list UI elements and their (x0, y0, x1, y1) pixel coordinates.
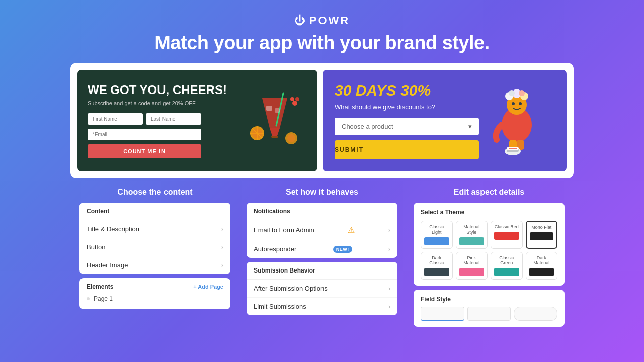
bottom-section: Choose the content Content Title & Descr… (0, 188, 644, 327)
svg-point-25 (519, 102, 522, 105)
behavior-panel: Submission Behavior After Submission Opt… (247, 262, 397, 315)
preview-banner: WE GOT YOU, CHEERS! Subscribe and get a … (70, 63, 574, 178)
theme-item-3[interactable]: Mono Flat (526, 221, 558, 249)
person-svg (481, 82, 552, 157)
theme-item-0[interactable]: Classic Light (421, 221, 453, 249)
logo-text: POWR (309, 14, 350, 27)
autoresponder-item[interactable]: Autoresponder NEW! › (247, 240, 397, 258)
logo-icon: ⏻ (294, 14, 305, 27)
theme-item-7[interactable]: Dark Material (526, 252, 558, 280)
banner-left-headline: WE GOT YOU, CHEERS! (88, 83, 227, 98)
col-aspect: Edit aspect details Select a Theme Class… (414, 188, 565, 327)
last-name-input[interactable] (146, 113, 201, 125)
field-style-opt-2[interactable] (467, 307, 511, 321)
submit-button[interactable]: SUBMIT (335, 140, 479, 159)
limit-submissions-label: Limit Submissions (254, 303, 306, 310)
product-select[interactable]: Choose a product ▾ (335, 118, 479, 135)
theme-item-1[interactable]: Material Style (456, 221, 488, 249)
cocktail-illustration (242, 88, 307, 153)
banner-right-subtext: What should we give discounts to? (335, 103, 479, 111)
banner-left-content: WE GOT YOU, CHEERS! Subscribe and get a … (88, 83, 227, 159)
chevron-right-icon: › (221, 244, 223, 251)
col-behavior: Set how it behaves Notifications Email t… (247, 188, 397, 327)
theme-item-5[interactable]: Pink Material (456, 252, 488, 280)
field-style-opt-3[interactable] (514, 307, 557, 321)
svg-marker-1 (270, 128, 280, 136)
theme-item-2[interactable]: Classic Red (491, 221, 523, 249)
theme-item-4[interactable]: Dark Classic (421, 252, 453, 280)
logo-row: ⏻ POWR (0, 14, 644, 27)
header-image-item[interactable]: Header Image › (79, 256, 230, 274)
col-content: Choose the content Content Title & Descr… (79, 188, 230, 327)
email-admin-label: Email to Form Admin (254, 226, 314, 234)
email-admin-item[interactable]: Email to Form Admin ⚠ › (247, 220, 397, 240)
svg-point-16 (295, 97, 299, 101)
chevron-right-icon: › (388, 303, 390, 310)
page-item[interactable]: Page 1 (87, 293, 223, 304)
field-style-options (421, 307, 557, 321)
banner-right-headline: 30 DAYS 30% (335, 82, 479, 99)
page-dot-icon (87, 297, 90, 300)
button-label: Button (87, 243, 106, 251)
svg-point-24 (512, 102, 515, 105)
elements-header: Elements + Add Page (87, 283, 223, 290)
field-style-opt-1[interactable] (421, 307, 464, 321)
content-panel-header: Content (79, 203, 230, 220)
svg-rect-4 (266, 106, 272, 111)
col3-title: Edit aspect details (414, 188, 565, 197)
autoresponder-label: Autoresponder (254, 245, 296, 253)
svg-rect-5 (275, 108, 280, 113)
chevron-right-icon: › (221, 226, 223, 233)
chevron-right-icon: › (388, 285, 390, 292)
svg-point-15 (290, 97, 294, 101)
product-select-label: Choose a product (342, 123, 393, 130)
after-submission-item[interactable]: After Submission Options › (247, 280, 397, 298)
theme-panel: Select a Theme Classic LightMaterial Sty… (414, 203, 565, 286)
cta-button[interactable]: COUNT ME IN (88, 144, 201, 158)
elements-panel: Elements + Add Page Page 1 (79, 278, 230, 309)
hero-title: Match your app with your brand style. (0, 32, 644, 54)
new-badge: NEW! (333, 246, 352, 253)
warning-icon: ⚠ (348, 225, 355, 235)
header: ⏻ POWR Match your app with your brand st… (0, 0, 644, 63)
field-style-panel: Field Style (414, 290, 565, 327)
title-description-item[interactable]: Title & Description › (79, 220, 230, 238)
theme-panel-title: Select a Theme (421, 209, 557, 216)
svg-point-13 (287, 134, 295, 142)
banner-right-panel: 30 DAYS 30% What should we give discount… (323, 70, 567, 171)
after-submission-label: After Submission Options (254, 285, 328, 292)
add-page-button[interactable]: + Add Page (193, 284, 223, 290)
theme-item-6[interactable]: Classic Green (491, 252, 523, 280)
notifications-panel: Notifications Email to Form Admin ⚠ › Au… (247, 203, 397, 258)
limit-submissions-item[interactable]: Limit Submissions › (247, 298, 397, 315)
title-description-label: Title & Description (87, 225, 139, 233)
theme-grid: Classic LightMaterial StyleClassic RedMo… (421, 221, 557, 280)
svg-point-22 (509, 90, 515, 96)
col2-title: Set how it behaves (247, 188, 397, 197)
banner-right-content: 30 DAYS 30% What should we give discount… (335, 82, 479, 159)
svg-point-14 (292, 101, 297, 106)
content-panel: Content Title & Description › Button › H… (79, 203, 230, 274)
chevron-right-icon: › (221, 262, 223, 269)
notifications-header: Notifications (247, 203, 397, 220)
email-input[interactable] (88, 129, 201, 140)
svg-rect-2 (271, 136, 278, 138)
person-illustration (479, 82, 554, 157)
svg-point-23 (519, 90, 525, 96)
field-style-title: Field Style (421, 296, 557, 303)
elements-label: Elements (87, 283, 113, 290)
name-fields (88, 113, 227, 125)
first-name-input[interactable] (88, 113, 143, 125)
button-item[interactable]: Button › (79, 238, 230, 256)
svg-marker-0 (262, 98, 287, 128)
chevron-down-icon: ▾ (468, 123, 472, 130)
chevron-right-icon: › (388, 246, 390, 253)
header-image-label: Header Image (87, 261, 128, 269)
page-label: Page 1 (94, 295, 113, 302)
behavior-header: Submission Behavior (247, 262, 397, 280)
chevron-right-icon: › (388, 227, 390, 234)
banner-left-panel: WE GOT YOU, CHEERS! Subscribe and get a … (77, 70, 317, 171)
cocktail-svg (247, 88, 302, 153)
banner-left-subtext: Subscribe and get a code and get 20% OFF (88, 100, 227, 106)
col1-title: Choose the content (79, 188, 230, 197)
